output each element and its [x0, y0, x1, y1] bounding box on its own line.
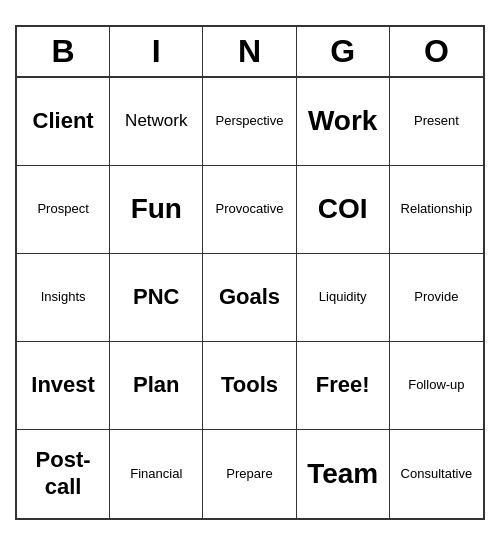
bingo-cell-11: PNC — [110, 254, 203, 342]
cell-text-11: PNC — [133, 284, 179, 310]
cell-text-20: Post-call — [36, 447, 91, 500]
cell-text-1: Network — [125, 111, 187, 131]
cell-text-3: Work — [308, 104, 378, 138]
bingo-header: BINGO — [17, 27, 483, 78]
cell-text-2: Perspective — [216, 113, 284, 129]
bingo-cell-17: Tools — [203, 342, 296, 430]
cell-text-5: Prospect — [37, 201, 88, 217]
header-letter-b: B — [17, 27, 110, 76]
bingo-cell-10: Insights — [17, 254, 110, 342]
bingo-cell-22: Prepare — [203, 430, 296, 518]
cell-text-16: Plan — [133, 372, 179, 398]
bingo-cell-12: Goals — [203, 254, 296, 342]
bingo-cell-24: Consultative — [390, 430, 483, 518]
cell-text-6: Fun — [131, 192, 182, 226]
bingo-cell-3: Work — [297, 78, 390, 166]
cell-text-24: Consultative — [401, 466, 473, 482]
bingo-grid: ClientNetworkPerspectiveWorkPresentProsp… — [17, 78, 483, 518]
bingo-cell-4: Present — [390, 78, 483, 166]
bingo-cell-2: Perspective — [203, 78, 296, 166]
cell-text-4: Present — [414, 113, 459, 129]
bingo-cell-13: Liquidity — [297, 254, 390, 342]
bingo-cell-8: COI — [297, 166, 390, 254]
bingo-cell-14: Provide — [390, 254, 483, 342]
cell-text-18: Free! — [316, 372, 370, 398]
bingo-cell-5: Prospect — [17, 166, 110, 254]
cell-text-23: Team — [307, 457, 378, 491]
bingo-cell-21: Financial — [110, 430, 203, 518]
header-letter-n: N — [203, 27, 296, 76]
bingo-cell-23: Team — [297, 430, 390, 518]
cell-text-7: Provocative — [216, 201, 284, 217]
cell-text-19: Follow-up — [408, 377, 464, 393]
cell-text-10: Insights — [41, 289, 86, 305]
bingo-cell-20: Post-call — [17, 430, 110, 518]
cell-text-12: Goals — [219, 284, 280, 310]
cell-text-15: Invest — [31, 372, 95, 398]
cell-text-13: Liquidity — [319, 289, 367, 305]
cell-text-0: Client — [33, 108, 94, 134]
bingo-cell-6: Fun — [110, 166, 203, 254]
cell-text-9: Relationship — [401, 201, 473, 217]
cell-text-17: Tools — [221, 372, 278, 398]
bingo-cell-16: Plan — [110, 342, 203, 430]
bingo-cell-0: Client — [17, 78, 110, 166]
bingo-cell-9: Relationship — [390, 166, 483, 254]
bingo-cell-1: Network — [110, 78, 203, 166]
cell-text-8: COI — [318, 192, 368, 226]
header-letter-o: O — [390, 27, 483, 76]
header-letter-g: G — [297, 27, 390, 76]
bingo-cell-19: Follow-up — [390, 342, 483, 430]
bingo-cell-7: Provocative — [203, 166, 296, 254]
bingo-cell-15: Invest — [17, 342, 110, 430]
bingo-cell-18: Free! — [297, 342, 390, 430]
bingo-card: BINGO ClientNetworkPerspectiveWorkPresen… — [15, 25, 485, 520]
cell-text-21: Financial — [130, 466, 182, 482]
header-letter-i: I — [110, 27, 203, 76]
cell-text-22: Prepare — [226, 466, 272, 482]
cell-text-14: Provide — [414, 289, 458, 305]
